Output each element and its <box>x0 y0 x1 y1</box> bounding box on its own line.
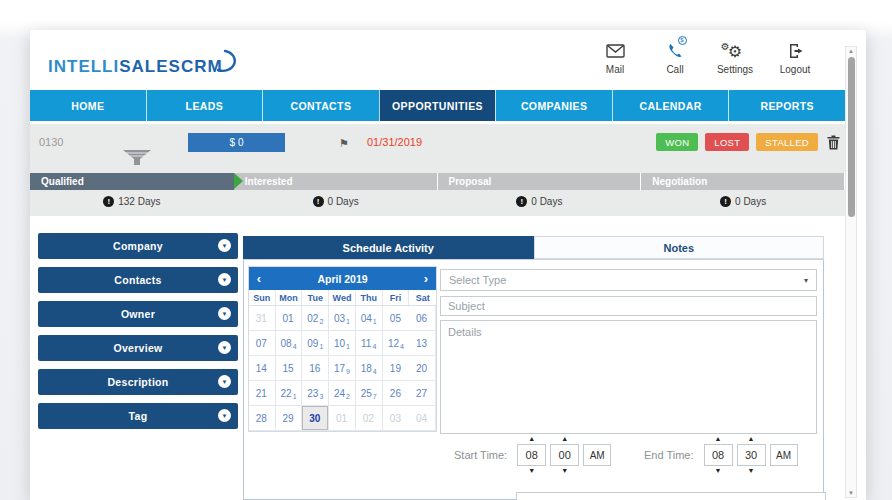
calendar-day[interactable]: 14 <box>249 356 276 381</box>
panel-tab[interactable]: Schedule Activity <box>243 236 534 259</box>
calendar-day[interactable]: 114 <box>356 331 383 356</box>
calendar-day[interactable]: 30 <box>302 406 329 431</box>
start-ampm-toggle[interactable]: AM <box>583 444 611 466</box>
calendar-day[interactable]: 07 <box>249 331 276 356</box>
calendar-day[interactable]: 02 <box>356 406 383 431</box>
scrollbar-thumb[interactable] <box>848 57 855 217</box>
nav-item[interactable]: REPORTS <box>728 90 845 121</box>
calendar-day[interactable]: 21 <box>249 381 276 406</box>
minute-up-icon[interactable] <box>561 434 568 444</box>
calendar-day[interactable]: 15 <box>276 356 303 381</box>
pipeline-stage[interactable]: Proposal <box>438 173 642 190</box>
end-minute-input[interactable] <box>737 444 766 466</box>
call-button[interactable]: Call <box>653 40 697 75</box>
calendar-day[interactable]: 26 <box>383 381 410 406</box>
close-date[interactable]: 01/31/2019 <box>367 136 422 148</box>
calendar-day[interactable]: 01 <box>329 406 356 431</box>
stage-label: Negotiation <box>652 176 707 187</box>
scroll-up-icon[interactable] <box>846 48 856 54</box>
vertical-scrollbar <box>845 46 857 498</box>
calendar-day[interactable]: 179 <box>329 356 356 381</box>
partial-bottom-input[interactable] <box>516 492 826 500</box>
calendar-day[interactable]: 06 <box>409 306 436 331</box>
minute-down-icon[interactable] <box>561 466 568 476</box>
calendar-day[interactable]: 31 <box>249 306 276 331</box>
calendar-day[interactable]: 03 <box>383 406 410 431</box>
start-hour-input[interactable] <box>517 444 546 466</box>
sidebar-item[interactable]: Description <box>38 369 238 395</box>
calendar-day[interactable]: 184 <box>356 356 383 381</box>
duration-icon <box>720 196 731 207</box>
nav-item[interactable]: COMPANIES <box>495 90 612 121</box>
calendar-day[interactable]: 124 <box>383 331 410 356</box>
calendar-day[interactable]: 04 <box>409 406 436 431</box>
nav-item[interactable]: LEADS <box>146 90 263 121</box>
hour-down-icon[interactable] <box>528 466 535 476</box>
amount-button[interactable]: $ 0 <box>188 133 285 152</box>
flag-icon[interactable] <box>339 133 349 151</box>
calendar-day[interactable]: 20 <box>409 356 436 381</box>
end-hour-input[interactable] <box>704 444 733 466</box>
nav-item[interactable]: CONTACTS <box>262 90 379 121</box>
status-button[interactable]: STALLED <box>756 133 818 151</box>
calendar-day[interactable]: 16 <box>302 356 329 381</box>
subject-input[interactable] <box>440 296 817 316</box>
calendar-day[interactable]: 022 <box>302 306 329 331</box>
stage-duration: 132 Days <box>30 196 234 207</box>
calendar-day[interactable]: 29 <box>276 406 303 431</box>
sidebar-item[interactable]: Owner <box>38 301 238 327</box>
calendar-day[interactable]: 041 <box>356 306 383 331</box>
day-number: 23 <box>307 388 318 399</box>
calendar-day[interactable]: 242 <box>329 381 356 406</box>
nav-item[interactable]: OPPORTUNITIES <box>379 90 496 121</box>
status-button[interactable]: LOST <box>705 133 749 151</box>
settings-button[interactable]: Settings <box>713 40 757 75</box>
calendar-day[interactable]: 27 <box>409 381 436 406</box>
calendar-day[interactable]: 221 <box>276 381 303 406</box>
scroll-down-icon[interactable] <box>846 490 856 496</box>
sidebar-item[interactable]: Company <box>38 233 238 259</box>
calendar-next-button[interactable] <box>416 267 436 290</box>
pipeline-stage[interactable]: Interested <box>234 173 438 190</box>
nav-item[interactable]: CALENDAR <box>612 90 729 121</box>
calendar-day[interactable]: 091 <box>302 331 329 356</box>
hour-up-icon[interactable] <box>528 434 535 444</box>
pipeline-stage[interactable]: Qualified <box>30 173 234 190</box>
hour-down-icon[interactable] <box>715 466 722 476</box>
calendar-day[interactable]: 28 <box>249 406 276 431</box>
pipeline-stage[interactable]: Negotiation <box>641 173 845 190</box>
calendar-day[interactable]: 01 <box>276 306 303 331</box>
nav-item[interactable]: HOME <box>30 90 146 121</box>
activity-type-select[interactable]: Select Type <box>440 269 817 291</box>
day-number: 14 <box>256 363 267 374</box>
minute-down-icon[interactable] <box>748 466 755 476</box>
header-actions: Mail Call Settings Log <box>593 40 817 75</box>
hour-up-icon[interactable] <box>715 434 722 444</box>
mail-button[interactable]: Mail <box>593 40 637 75</box>
stage-duration: 0 Days <box>438 196 642 207</box>
activity-panel: Schedule Activity Notes April 2019 SunMo… <box>243 236 824 500</box>
minute-up-icon[interactable] <box>748 434 755 444</box>
panel-tab[interactable]: Notes <box>534 236 825 259</box>
calendar-prev-button[interactable] <box>249 267 269 290</box>
calendar-day[interactable]: 05 <box>383 306 410 331</box>
calendar-day[interactable]: 084 <box>276 331 303 356</box>
sidebar-item-label: Description <box>107 376 168 388</box>
calendar-day[interactable]: 19 <box>383 356 410 381</box>
calendar-day[interactable]: 101 <box>329 331 356 356</box>
logout-button[interactable]: Logout <box>773 40 817 75</box>
sidebar-item[interactable]: Tag <box>38 403 238 429</box>
sidebar-item[interactable]: Overview <box>38 335 238 361</box>
delete-button[interactable] <box>827 133 840 151</box>
status-button[interactable]: WON <box>656 133 698 151</box>
sidebar-item[interactable]: Contacts <box>38 267 238 293</box>
end-ampm-toggle[interactable]: AM <box>770 444 798 466</box>
start-minute-input[interactable] <box>550 444 579 466</box>
details-textarea[interactable] <box>440 320 817 434</box>
calendar-day[interactable]: 13 <box>409 331 436 356</box>
calendar-day[interactable]: 031 <box>329 306 356 331</box>
end-hour-stepper <box>704 434 733 476</box>
calendar-day[interactable]: 257 <box>356 381 383 406</box>
day-number: 03 <box>390 413 401 424</box>
calendar-day[interactable]: 233 <box>302 381 329 406</box>
